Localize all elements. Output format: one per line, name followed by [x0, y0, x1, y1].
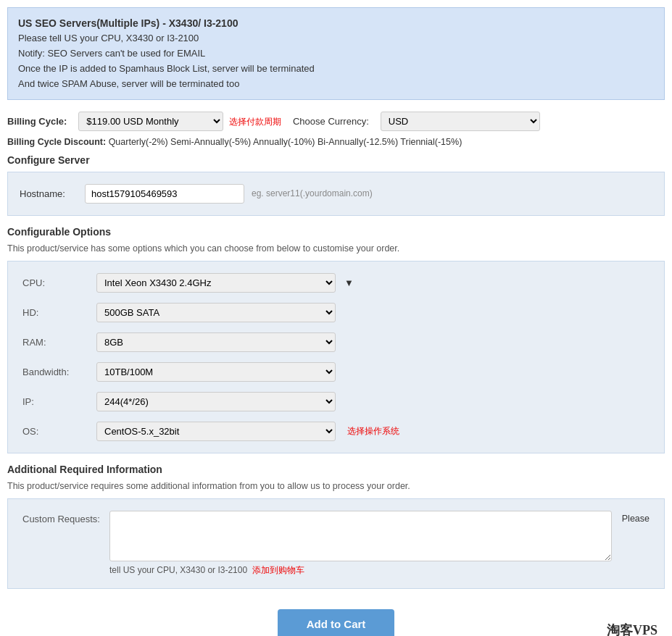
page-wrapper: US SEO Servers(Multiple IPs) - X3430/ I3…: [0, 0, 672, 636]
cart-row: Add to Cart 淘客VPS: [7, 599, 665, 636]
ip-label: IP:: [22, 396, 88, 407]
billing-discount-text: Quarterly(-2%) Semi-Annually(-5%) Annual…: [109, 137, 462, 147]
os-label: OS:: [22, 426, 88, 437]
bandwidth-option-row: Bandwidth: 5TB/100M 10TB/100M Unlimited/…: [22, 362, 650, 382]
configure-server-box: Hostname: eg. server11(.yourdomain.com): [7, 172, 665, 216]
ip-option-row: IP: 244(4*/26) 248(8*/29) 252(16*/28): [22, 392, 650, 411]
additional-hint: tell US your CPU, X3430 or I3-2100 添加到购物…: [22, 564, 650, 577]
options-box: CPU: Intel Xeon X3430 2.4GHz Intel Core …: [7, 261, 665, 453]
info-line-4: And twice SPAM Abuse, server will be ter…: [18, 77, 654, 92]
additional-info-box: Custom Requests: Please tell US your CPU…: [7, 498, 665, 589]
billing-cycle-label: Billing Cycle:: [7, 116, 67, 127]
custom-requests-textarea[interactable]: [109, 511, 612, 561]
os-select[interactable]: CentOS-5.x_32bit CentOS-6.x_32bit CentOS…: [96, 422, 336, 441]
hd-option-row: HD: 500GB SATA 1TB SATA 2TB SATA: [22, 303, 650, 322]
info-line-3: Once the IP is added to Spamhaus Block L…: [18, 62, 654, 77]
os-annotation: 选择操作系统: [347, 425, 399, 438]
info-line-1: Please tell US your CPU, X3430 or I3-210…: [18, 31, 654, 46]
custom-requests-row: Custom Requests: Please: [22, 511, 650, 561]
configurable-options-header: Configurable Options: [7, 226, 665, 238]
info-line-2: Notify: SEO Servers can't be used for EM…: [18, 46, 654, 62]
custom-requests-label: Custom Requests:: [22, 511, 102, 524]
hostname-row: Hostname: eg. server11(.yourdomain.com): [20, 184, 652, 204]
hostname-input[interactable]: [85, 184, 244, 204]
info-box: US SEO Servers(Multiple IPs) - X3430/ I3…: [7, 7, 665, 100]
cpu-dropdown-icon: ▼: [344, 277, 354, 288]
cpu-option-row: CPU: Intel Xeon X3430 2.4GHz Intel Core …: [22, 273, 650, 293]
ram-select[interactable]: 4GB 8GB 16GB 32GB: [96, 332, 336, 352]
billing-row: Billing Cycle: $119.00 USD Monthly $232.…: [7, 109, 665, 134]
please-text: Please: [619, 511, 650, 524]
hd-select[interactable]: 500GB SATA 1TB SATA 2TB SATA: [96, 303, 336, 322]
hint-annotation: 添加到购物车: [249, 565, 304, 575]
hd-label: HD:: [22, 307, 88, 318]
bandwidth-label: Bandwidth:: [22, 367, 88, 377]
additional-info-desc: This product/service requires some addit…: [7, 481, 665, 491]
bandwidth-select[interactable]: 5TB/100M 10TB/100M Unlimited/100M: [96, 362, 336, 382]
currency-label: Choose Currency:: [293, 116, 369, 127]
hostname-hint: eg. server11(.yourdomain.com): [252, 188, 373, 198]
configurable-options-desc: This product/service has some options wh…: [7, 243, 665, 254]
cpu-select[interactable]: Intel Xeon X3430 2.4GHz Intel Core I3-21…: [96, 273, 336, 293]
add-to-cart-button[interactable]: Add to Cart: [278, 609, 395, 636]
os-option-row: OS: CentOS-5.x_32bit CentOS-6.x_32bit Ce…: [22, 422, 650, 441]
watermark: 淘客VPS: [607, 622, 658, 636]
info-box-title: US SEO Servers(Multiple IPs) - X3430/ I3…: [18, 15, 654, 31]
configure-server-header: Configure Server: [7, 154, 665, 166]
billing-cycle-select[interactable]: $119.00 USD Monthly $232.62 USD Quarterl…: [78, 112, 223, 131]
configurable-options-section: Configurable Options This product/servic…: [7, 226, 665, 453]
hint-text: tell US your CPU, X3430 or I3-2100: [109, 565, 247, 575]
cpu-label: CPU:: [22, 277, 88, 288]
hostname-label: Hostname:: [20, 188, 78, 199]
ip-select[interactable]: 244(4*/26) 248(8*/29) 252(16*/28): [96, 392, 336, 411]
additional-info-section: Additional Required Information This pro…: [7, 464, 665, 589]
ram-option-row: RAM: 4GB 8GB 16GB 32GB: [22, 332, 650, 352]
currency-select[interactable]: USD EUR GBP CNY: [381, 112, 540, 131]
ram-label: RAM:: [22, 337, 88, 348]
billing-discount: Billing Cycle Discount: Quarterly(-2%) S…: [7, 137, 665, 147]
additional-info-header: Additional Required Information: [7, 464, 665, 475]
billing-discount-label: Billing Cycle Discount:: [7, 137, 106, 147]
billing-cycle-annotation: 选择付款周期: [229, 117, 281, 127]
